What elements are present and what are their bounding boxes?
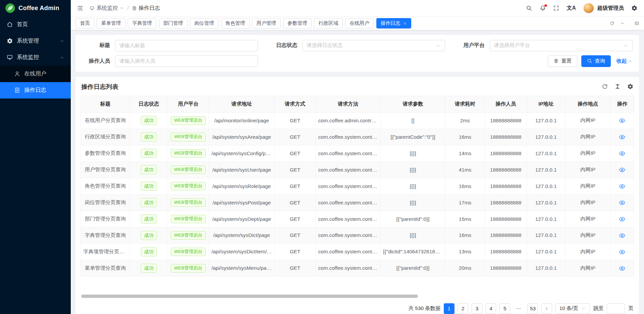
cell-ip: 127.0.0.1 xyxy=(527,211,565,227)
cell-location: 内网IP xyxy=(565,178,610,194)
tab-8[interactable]: 行政区域 xyxy=(314,18,342,28)
tab-label: 在线用户 xyxy=(350,20,369,26)
fullscreen-icon[interactable] xyxy=(553,5,559,11)
cell-method: GET xyxy=(274,162,315,178)
column-settings-gear-icon[interactable] xyxy=(627,83,633,89)
view-detail-eye-icon[interactable] xyxy=(619,232,626,239)
cell-handler: com.coffee.system.controlle... xyxy=(316,194,380,211)
tab-10[interactable]: 操作日志 xyxy=(376,18,412,28)
table-row: 岗位管理分页查询成功WEB管理后台/api/system/sysPost/pag… xyxy=(80,194,634,211)
view-detail-eye-icon[interactable] xyxy=(619,117,626,124)
page-button-1[interactable]: 1 xyxy=(444,303,454,314)
table-head-row: 标题日志状态用户平台请求地址请求方式请求方法请求参数请求耗时操作人员IP地址操作… xyxy=(80,96,634,112)
sidebar-item-label: 操作日志 xyxy=(24,86,46,94)
cell-url: /api/system/sysConfig/page xyxy=(209,145,275,162)
column-header: 请求方法 xyxy=(316,96,380,112)
tab-3[interactable]: 部门管理 xyxy=(159,18,187,28)
table-row: 用户管理分页查询成功WEB管理后台/api/system/sysUser/pag… xyxy=(80,162,634,178)
horizontal-scrollbar-thumb[interactable] xyxy=(81,295,418,298)
content-fullscreen-icon[interactable] xyxy=(635,21,639,25)
search-button[interactable]: 查询 xyxy=(581,55,611,67)
cell-platform: WEB管理后台 xyxy=(168,178,209,194)
sidebar-item-operation-log[interactable]: 操作日志 xyxy=(0,82,71,99)
chevron-up-icon xyxy=(60,55,64,60)
cell-operator: 18888888888 xyxy=(485,227,527,244)
page-button-53[interactable]: 53 xyxy=(527,303,538,314)
column-header: 请求地址 xyxy=(209,96,275,112)
chevron-down-icon xyxy=(60,39,64,43)
cell-handler: com.coffee.system.controlle... xyxy=(316,129,380,145)
chevron-down-icon xyxy=(436,43,441,48)
sidebar-item-system-management[interactable]: 系统管理 xyxy=(0,33,71,49)
list-header: 操作日志列表 xyxy=(80,82,634,96)
column-header: IP地址 xyxy=(527,96,565,112)
status-badge: 成功 xyxy=(141,165,157,174)
search-icon[interactable] xyxy=(526,5,532,11)
jump-page-input[interactable] xyxy=(607,303,625,314)
page-button-4[interactable]: 4 xyxy=(486,303,496,314)
close-tab-icon[interactable] xyxy=(403,21,407,25)
view-detail-eye-icon[interactable] xyxy=(619,199,626,206)
row-density-icon[interactable] xyxy=(614,83,621,89)
menu-fold-icon[interactable] xyxy=(77,5,83,11)
translate-icon[interactable]: 文A xyxy=(567,5,576,12)
tab-6[interactable]: 用户管理 xyxy=(252,18,280,28)
view-detail-eye-icon[interactable] xyxy=(619,183,626,190)
page-button-2[interactable]: 2 xyxy=(458,303,468,314)
table-body: 在线用户分页查询成功WEB管理后台/api/monitor/online/pag… xyxy=(80,112,634,276)
operator-filter-input[interactable] xyxy=(115,55,258,67)
cell-actions xyxy=(610,112,634,129)
collapse-filters-link[interactable]: 收起 xyxy=(616,58,633,65)
cell-location: 内网IP xyxy=(565,145,610,162)
tab-0[interactable]: 首页 xyxy=(75,18,94,28)
platform-filter-label: 用户平台 xyxy=(457,42,490,49)
status-filter-select[interactable]: 请选择日志状态 xyxy=(302,40,445,51)
tab-1[interactable]: 菜单管理 xyxy=(97,18,125,28)
page-size-select[interactable]: 10 条/页 xyxy=(555,303,590,314)
cell-actions xyxy=(610,244,634,260)
cell-operator: 18888888888 xyxy=(485,145,527,162)
trash-icon xyxy=(553,58,559,64)
view-detail-eye-icon[interactable] xyxy=(619,134,626,140)
settings-gear-icon[interactable] xyxy=(631,5,637,11)
view-detail-eye-icon[interactable] xyxy=(619,150,626,157)
page-button-3[interactable]: 3 xyxy=(472,303,482,314)
notification-bell-icon[interactable] xyxy=(540,5,546,11)
cell-url: /api/system/sysMenu/page xyxy=(209,260,275,276)
platform-filter-select[interactable]: 请选择用户平台 xyxy=(490,40,633,51)
app-logo[interactable]: Coffee Admin xyxy=(0,0,71,16)
breadcrumb-item-monitor[interactable]: 系统监控 xyxy=(90,5,124,12)
view-detail-eye-icon[interactable] xyxy=(619,265,626,272)
cell-method: GET xyxy=(274,260,315,276)
next-page-button[interactable] xyxy=(541,303,552,314)
tabbar-actions xyxy=(610,21,639,25)
tab-options-chevron-icon[interactable] xyxy=(620,21,625,25)
tab-4[interactable]: 岗位管理 xyxy=(190,18,218,28)
tab-2[interactable]: 字典管理 xyxy=(128,18,156,28)
sidebar-item-online-users[interactable]: 在线用户 xyxy=(0,66,71,82)
sidebar-item-home[interactable]: 首页 xyxy=(0,16,71,33)
reset-button[interactable]: 重置 xyxy=(548,55,577,67)
sidebar-item-label: 在线用户 xyxy=(24,70,46,77)
cell-duration: 16ms xyxy=(445,227,485,244)
view-detail-eye-icon[interactable] xyxy=(619,167,626,173)
page-button-5[interactable]: 5 xyxy=(499,303,510,314)
column-header: 请求方式 xyxy=(274,96,315,112)
refresh-list-icon[interactable] xyxy=(602,83,608,89)
view-detail-eye-icon[interactable] xyxy=(619,249,626,255)
cell-status: 成功 xyxy=(130,112,168,129)
column-header: 用户平台 xyxy=(168,96,209,112)
log-icon xyxy=(14,87,20,93)
sidebar-item-system-monitor[interactable]: 系统监控 xyxy=(0,49,71,66)
tab-5[interactable]: 角色管理 xyxy=(221,18,250,28)
cell-actions xyxy=(610,194,634,211)
refresh-tabs-icon[interactable] xyxy=(610,21,614,25)
view-detail-eye-icon[interactable] xyxy=(619,216,626,223)
list-title: 操作日志列表 xyxy=(81,82,118,91)
tab-7[interactable]: 参数管理 xyxy=(283,18,312,28)
user-menu[interactable]: 超级管理员 xyxy=(583,3,624,14)
tab-9[interactable]: 在线用户 xyxy=(345,18,374,28)
title-filter-input[interactable] xyxy=(115,40,258,51)
pagination: 共 530 条数据 12345•••53 10 条/页 跳至 页 xyxy=(80,303,634,314)
breadcrumb-item-operation-log[interactable]: 操作日志 xyxy=(132,5,160,12)
